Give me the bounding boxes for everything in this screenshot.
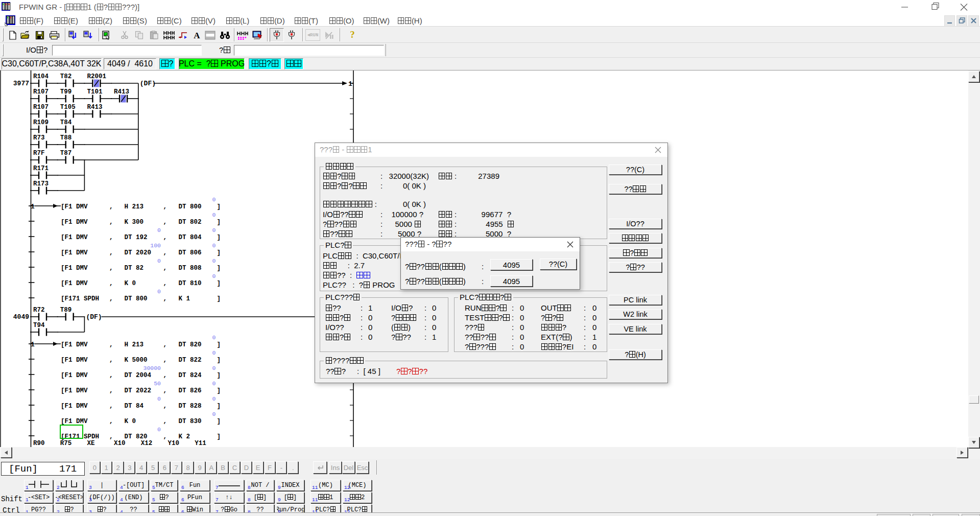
svg-text:1: 1: [348, 80, 352, 88]
svg-text:0: 0: [212, 334, 216, 341]
svg-text:DT 830: DT 830: [179, 418, 202, 425]
svg-text:0: 0: [212, 365, 216, 371]
svg-text:0: 0: [212, 395, 216, 402]
svg-text:[F1 DMV: [F1 DMV: [61, 203, 88, 210]
svg-text:,: ,: [109, 357, 113, 364]
svg-text:DT 822: DT 822: [179, 357, 202, 364]
svg-text:,: ,: [163, 203, 168, 210]
svg-text:,: ,: [109, 219, 113, 226]
svg-text:[F1 DMV: [F1 DMV: [61, 219, 88, 226]
svg-text:R7F: R7F: [33, 150, 45, 157]
svg-text:X10: X10: [114, 440, 126, 447]
svg-text:]: ]: [217, 387, 221, 394]
svg-text:[F171 SPDH: [F171 SPDH: [61, 433, 99, 440]
svg-text:[F1 DMV: [F1 DMV: [61, 357, 88, 364]
svg-text:R413: R413: [114, 88, 129, 96]
svg-text:T101: T101: [87, 88, 102, 96]
svg-text:,: ,: [163, 418, 168, 425]
svg-text:,: ,: [163, 433, 168, 440]
svg-text:0: 0: [157, 227, 161, 233]
svg-text:,: ,: [109, 234, 113, 241]
svg-text:T94: T94: [33, 322, 45, 329]
svg-text:DT 828: DT 828: [179, 403, 202, 410]
svg-text:]: ]: [217, 280, 221, 287]
svg-text:0: 0: [212, 411, 216, 417]
svg-text:]: ]: [217, 234, 221, 241]
svg-text:,: ,: [109, 280, 113, 287]
svg-text:[F1 DMV: [F1 DMV: [61, 249, 88, 256]
svg-text:DT 826: DT 826: [179, 387, 202, 394]
svg-text:DT 2022: DT 2022: [125, 387, 152, 394]
svg-text:0: 0: [157, 426, 161, 433]
svg-text:DT 2020: DT 2020: [125, 249, 152, 256]
svg-text:DT 806: DT 806: [179, 249, 202, 256]
svg-text:A: A: [194, 31, 200, 40]
svg-text:]: ]: [217, 203, 221, 210]
svg-text:]: ]: [217, 265, 221, 272]
svg-text:T105: T105: [60, 104, 76, 111]
svg-text:,: ,: [163, 341, 168, 348]
svg-text:,: ,: [109, 433, 113, 440]
svg-text:1: 1: [31, 203, 35, 210]
svg-text:R171: R171: [33, 165, 49, 172]
svg-text:R2001: R2001: [87, 73, 106, 80]
svg-text:]: ]: [217, 418, 221, 425]
svg-text:R90: R90: [33, 440, 45, 447]
svg-text:T99: T99: [60, 88, 72, 96]
svg-text:0: 0: [212, 273, 216, 279]
svg-text:DT 800: DT 800: [125, 295, 148, 302]
svg-text:[F171 SPDH: [F171 SPDH: [61, 295, 99, 302]
svg-text:0: 0: [212, 349, 216, 356]
svg-text:K 0: K 0: [125, 280, 136, 287]
svg-text:,: ,: [163, 372, 168, 379]
svg-text:[F1 DMV: [F1 DMV: [61, 403, 88, 410]
svg-text:X12: X12: [141, 440, 153, 447]
svg-text:R107: R107: [33, 104, 49, 111]
svg-text:0: 0: [212, 242, 216, 249]
svg-text:K 300: K 300: [125, 219, 144, 226]
svg-text:]: ]: [217, 372, 221, 379]
svg-text:[F1 DMV: [F1 DMV: [61, 280, 88, 287]
svg-text:,: ,: [109, 387, 113, 394]
svg-text:,: ,: [109, 403, 113, 410]
svg-text:[F1 DMV: [F1 DMV: [61, 372, 88, 379]
svg-text:,: ,: [163, 280, 168, 287]
svg-text:T88: T88: [60, 134, 72, 142]
svg-text:H 213: H 213: [125, 341, 144, 348]
svg-text:,: ,: [163, 265, 168, 272]
svg-text:[F1 DMV: [F1 DMV: [61, 418, 88, 425]
svg-text:K 5000: K 5000: [125, 357, 148, 364]
svg-text:DT 804: DT 804: [179, 234, 202, 241]
svg-text:XE: XE: [87, 440, 94, 447]
svg-text:T84: T84: [60, 119, 72, 126]
svg-text:R75: R75: [60, 440, 72, 447]
svg-text:(DF): (DF): [86, 313, 102, 321]
svg-text:0: 0: [157, 395, 161, 402]
svg-text:4049: 4049: [13, 313, 29, 321]
svg-text:,: ,: [163, 357, 168, 364]
svg-text:DT 820: DT 820: [179, 341, 202, 348]
svg-text:30000: 30000: [143, 365, 161, 371]
svg-text:R73: R73: [33, 134, 45, 142]
svg-text:50: 50: [154, 380, 161, 387]
svg-text:0: 0: [157, 288, 161, 295]
svg-text:R72: R72: [33, 307, 45, 314]
svg-text:R173: R173: [33, 180, 49, 187]
svg-text:0: 0: [157, 257, 161, 264]
svg-text:]: ]: [217, 403, 221, 410]
svg-text:DT 810: DT 810: [179, 280, 202, 287]
svg-text:,: ,: [109, 372, 113, 379]
svg-text:,: ,: [109, 418, 113, 425]
svg-text:0: 0: [212, 196, 216, 203]
svg-text:,: ,: [109, 341, 113, 348]
svg-text:1: 1: [31, 341, 35, 348]
svg-text:(DF): (DF): [140, 80, 156, 87]
svg-text:]: ]: [217, 295, 221, 302]
svg-text:DT 802: DT 802: [179, 219, 202, 226]
svg-text:0: 0: [212, 212, 216, 218]
svg-text:DT 808: DT 808: [179, 265, 202, 272]
svg-text:3977: 3977: [13, 80, 29, 87]
svg-text:,: ,: [163, 219, 168, 226]
svg-text:0: 0: [212, 227, 216, 233]
svg-text:[F1 DMV: [F1 DMV: [61, 234, 88, 241]
